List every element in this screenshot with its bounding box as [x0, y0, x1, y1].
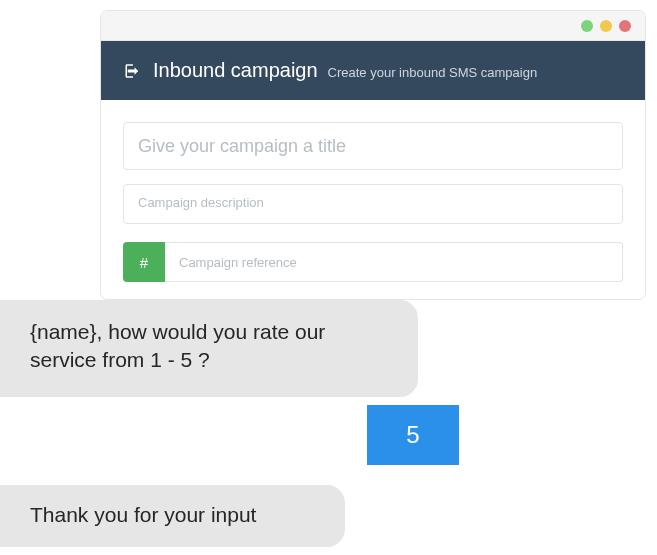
chat-thanks-bubble: Thank you for your input: [0, 485, 345, 547]
window-maximize[interactable]: [600, 20, 612, 32]
window-titlebar: [101, 11, 645, 41]
window-minimize[interactable]: [581, 20, 593, 32]
chat-overlay: {name}, how would you rate our service f…: [0, 300, 657, 555]
campaign-reference-input[interactable]: [165, 242, 623, 282]
hash-icon: #: [123, 242, 165, 282]
window-close[interactable]: [619, 20, 631, 32]
app-window: Inbound campaign Create your inbound SMS…: [100, 10, 646, 300]
window-controls: [581, 20, 631, 32]
campaign-description-input[interactable]: [123, 184, 623, 224]
page-title: Inbound campaign: [153, 59, 318, 82]
chat-question-bubble: {name}, how would you rate our service f…: [0, 300, 418, 397]
inbound-icon: [123, 61, 143, 81]
campaign-reference-row: #: [123, 242, 623, 282]
page-subtitle: Create your inbound SMS campaign: [328, 65, 538, 80]
page-header: Inbound campaign Create your inbound SMS…: [101, 41, 645, 100]
campaign-form: #: [101, 100, 645, 282]
campaign-title-input[interactable]: [123, 122, 623, 170]
chat-reply-bubble: 5: [367, 405, 459, 465]
